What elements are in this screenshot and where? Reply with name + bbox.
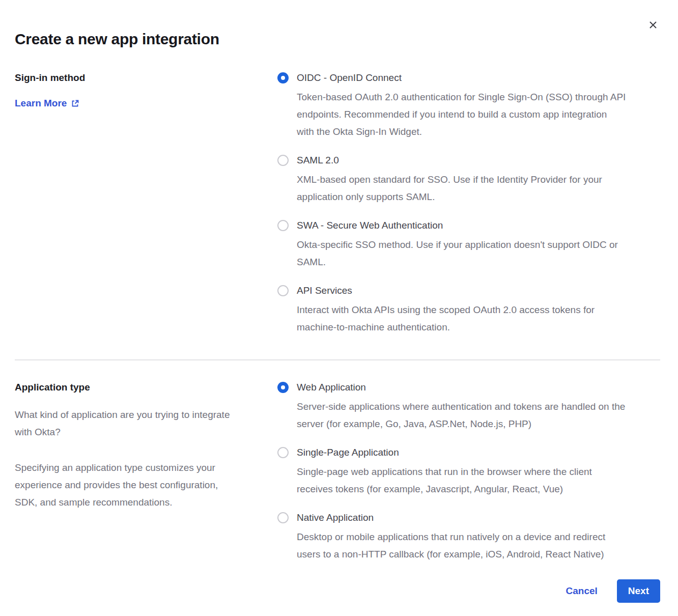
radio-option-oidc[interactable]: OIDC - OpenID Connect Token-based OAuth … [277,71,660,141]
option-text-saml: SAML 2.0 XML-based open standard for SSO… [297,154,602,206]
radio-button-api-services[interactable] [277,285,289,296]
option-label-web-application[interactable]: Web Application [297,381,625,394]
application-type-description-2: Specifying an application type customize… [15,459,259,511]
option-label-swa[interactable]: SWA - Secure Web Authentication [297,219,618,232]
radio-option-swa[interactable]: SWA - Secure Web Authentication Okta-spe… [277,219,660,271]
radio-option-single-page-application[interactable]: Single-Page Application Single-page web … [277,446,660,498]
option-label-saml[interactable]: SAML 2.0 [297,154,602,167]
option-text-native-application: Native Application Desktop or mobile app… [297,511,605,563]
option-description-single-page-application: Single-page web applications that run in… [297,463,592,498]
section-divider [15,359,660,360]
application-type-section: Application type What kind of applicatio… [15,381,660,563]
application-type-label: Application type [15,381,277,394]
signin-method-section: Sign-in method Learn More OIDC - OpenID … [15,71,660,336]
option-description-web-application: Server-side applications where authentic… [297,398,625,433]
radio-button-saml[interactable] [277,155,289,166]
option-text-single-page-application: Single-Page Application Single-page web … [297,446,592,498]
application-type-options: Web Application Server-side applications… [277,381,660,563]
external-link-icon [71,99,79,108]
radio-button-native-application[interactable] [277,512,289,523]
signin-method-label: Sign-in method [15,71,277,85]
learn-more-link[interactable]: Learn More [15,97,79,110]
option-text-swa: SWA - Secure Web Authentication Okta-spe… [297,219,618,271]
radio-option-native-application[interactable]: Native Application Desktop or mobile app… [277,511,660,563]
cancel-button[interactable]: Cancel [566,585,598,597]
option-text-oidc: OIDC - OpenID Connect Token-based OAuth … [297,71,626,141]
radio-option-saml[interactable]: SAML 2.0 XML-based open standard for SSO… [277,154,660,206]
close-icon[interactable] [646,18,660,32]
radio-button-swa[interactable] [277,220,289,231]
signin-method-left: Sign-in method Learn More [15,71,277,336]
option-label-native-application[interactable]: Native Application [297,511,605,524]
radio-option-web-application[interactable]: Web Application Server-side applications… [277,381,660,433]
radio-button-single-page-application[interactable] [277,447,289,458]
learn-more-label: Learn More [15,97,67,110]
application-type-description-1: What kind of application are you trying … [15,406,259,441]
option-description-api-services: Interact with Okta APIs using the scoped… [297,301,595,336]
option-text-web-application: Web Application Server-side applications… [297,381,625,433]
option-description-saml: XML-based open standard for SSO. Use if … [297,171,602,206]
option-description-native-application: Desktop or mobile applications that run … [297,528,605,563]
modal-title: Create a new app integration [15,0,660,49]
create-app-integration-modal: Create a new app integration Sign-in met… [0,0,678,616]
radio-button-web-application[interactable] [277,382,289,393]
radio-button-oidc[interactable] [277,72,289,83]
application-type-left: Application type What kind of applicatio… [15,381,277,563]
option-label-single-page-application[interactable]: Single-Page Application [297,446,592,459]
signin-method-options: OIDC - OpenID Connect Token-based OAuth … [277,71,660,336]
option-description-oidc: Token-based OAuth 2.0 authentication for… [297,89,626,141]
radio-option-api-services[interactable]: API Services Interact with Okta APIs usi… [277,284,660,336]
option-description-swa: Okta-specific SSO method. Use if your ap… [297,236,618,271]
next-button[interactable]: Next [617,579,660,603]
option-text-api-services: API Services Interact with Okta APIs usi… [297,284,595,336]
option-label-oidc[interactable]: OIDC - OpenID Connect [297,71,626,85]
modal-footer: Cancel Next [15,579,660,603]
option-label-api-services[interactable]: API Services [297,284,595,297]
